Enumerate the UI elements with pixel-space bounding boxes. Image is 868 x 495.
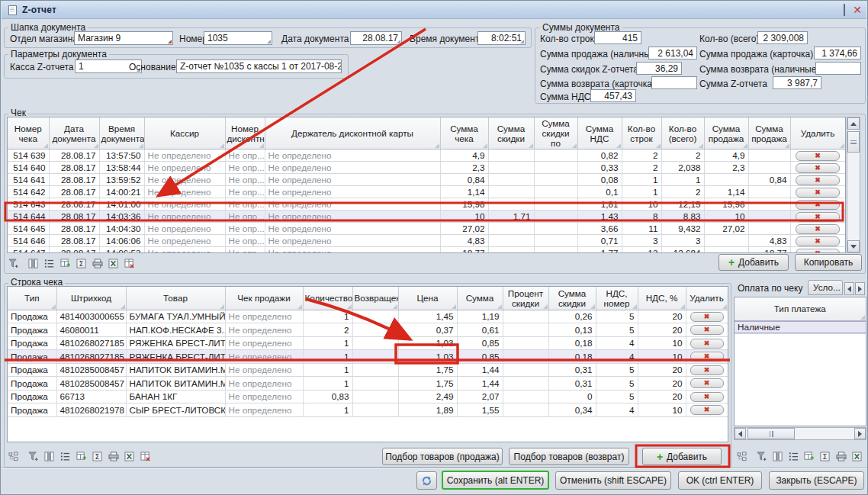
numbered-list-icon[interactable] <box>43 257 56 270</box>
delete-row-button[interactable]: ✖ <box>796 224 840 234</box>
delete-row-button[interactable]: ✖ <box>796 163 840 173</box>
basis-field[interactable]: Z-отчет №1035 с кассы 1 от 2017-08-28 <box>176 59 342 73</box>
numbered-list-icon[interactable] <box>59 450 72 463</box>
col-doc-time[interactable]: Время документа <box>99 117 144 149</box>
zreport-sum-field[interactable]: 3 987,7 <box>773 76 821 89</box>
calculator-icon[interactable] <box>75 450 88 463</box>
payment-row[interactable]: Наличные <box>735 320 866 333</box>
select-goods-return-button[interactable]: Подбор товаров (возврат) <box>509 448 629 465</box>
close-button[interactable]: ✕ <box>853 5 862 15</box>
col-discount-number[interactable]: Номер дисконтн <box>225 117 265 149</box>
receipt-line-row[interactable]: Продажа4810268021978СЫР БРЕСТ-ЛИТОВСКИ..… <box>8 403 728 417</box>
save-button[interactable]: Сохранить (alt ENTER) <box>442 471 549 490</box>
receipt-line-row[interactable]: Продажа46080011НАП.КОФ.НЕСКАФЕ 3...Не оп… <box>8 323 728 337</box>
receipt-line-row[interactable]: Продажа4814003000655БУМАГА ТУАЛ.УМНЫЙ...… <box>8 310 728 323</box>
receipts-vscrollbar[interactable] <box>847 117 860 253</box>
number-field[interactable]: 1035 <box>204 31 272 45</box>
delete-row-button[interactable]: ✖ <box>690 325 724 335</box>
calculator-icon[interactable] <box>59 257 72 270</box>
store-department-field[interactable]: Магазин 9 <box>74 31 173 45</box>
delete-row-button[interactable]: ✖ <box>690 352 724 362</box>
col-receipt-number[interactable]: Номер чека <box>8 117 49 149</box>
hierarchy-icon[interactable] <box>7 450 20 463</box>
col-discount-sum-by[interactable]: Сумма скидки по <box>534 117 577 149</box>
delete-row-button[interactable]: ✖ <box>796 175 840 185</box>
col-doc-date[interactable]: Дата документа <box>49 117 99 149</box>
delete-column-icon[interactable] <box>139 450 152 463</box>
col-delete[interactable]: Удалить <box>686 287 728 310</box>
select-goods-sale-button[interactable]: Подбор товаров (продажа) <box>382 448 503 465</box>
col-type[interactable]: Тип <box>8 287 56 310</box>
col-cashier[interactable]: Кассир <box>144 117 225 149</box>
document-time-field[interactable]: 8:02:51 <box>477 31 526 45</box>
col-product[interactable]: Товар <box>126 287 225 310</box>
col-receipt-sum[interactable]: Сумма чека <box>440 117 488 149</box>
sigma-icon[interactable]: Σ <box>818 450 831 463</box>
excel-icon[interactable] <box>123 450 136 463</box>
col-sale-sum-1[interactable]: Сумма продажа <box>704 117 748 149</box>
scroll-right-button[interactable] <box>854 428 866 439</box>
restore-button[interactable] <box>844 5 845 15</box>
receipt-line-row[interactable]: Продажа4810285008457НАПИТОК ВИТАМИН.М...… <box>8 377 728 391</box>
col-quantity[interactable]: Количество <box>303 287 352 310</box>
filter-icon[interactable] <box>27 450 40 463</box>
ok-button[interactable]: OK (ctrl ENTER) <box>678 471 762 490</box>
tab-conditions[interactable]: Усло... <box>808 280 843 295</box>
delete-row-button[interactable]: ✖ <box>690 339 724 349</box>
discount-sum-field[interactable]: 36,29 <box>636 62 682 75</box>
vscroll-thumb[interactable] <box>847 131 860 153</box>
printer-icon[interactable] <box>107 450 120 463</box>
receipt-row[interactable]: 514 64428.08.1714:03:36Не определеноНе о… <box>8 211 845 223</box>
columns-icon[interactable] <box>43 450 56 463</box>
receipt-line-row[interactable]: Продажа66713БАНАН 1КГНе определено0,832,… <box>8 390 728 403</box>
col-vat-sum[interactable]: Сумма НДС <box>577 117 622 149</box>
col-vat-percent[interactable]: НДС, % <box>638 287 686 310</box>
hierarchy-icon[interactable] <box>735 450 748 463</box>
refund-cash-field[interactable] <box>815 62 861 75</box>
columns-icon[interactable] <box>771 450 784 463</box>
receipt-line-row[interactable]: Продажа4810285008457НАПИТОК ВИТАМИН.М...… <box>8 363 728 377</box>
receipt-row[interactable]: 514 64628.08.1714:06:06Не определеноНе о… <box>8 235 845 247</box>
sale-cash-field[interactable]: 2 613,04 <box>648 47 697 59</box>
col-vat-number[interactable]: НДС, номер <box>596 287 638 310</box>
delete-row-button[interactable]: ✖ <box>690 378 724 388</box>
col-discount-percent[interactable]: Процент скидки <box>503 287 548 310</box>
col-price[interactable]: Цена <box>398 287 457 310</box>
sale-card-field[interactable]: 1 374,66 <box>814 47 861 59</box>
hscroll-thumb[interactable] <box>747 428 795 439</box>
tab-scroll-left-button[interactable] <box>844 282 854 295</box>
calculator-icon[interactable] <box>803 450 816 463</box>
receipt-row[interactable]: 514 64228.08.1714:00:21Не определеноНе о… <box>8 186 845 198</box>
delete-row-button[interactable]: ✖ <box>690 312 724 322</box>
receipt-line-row[interactable]: Продажа4810268027185РЯЖЕНКА БРЕСТ-ЛИТ...… <box>8 350 728 364</box>
delete-row-button[interactable]: ✖ <box>796 151 840 161</box>
col-qty-total[interactable]: Кол-во (всего) <box>661 117 704 149</box>
sigma-icon[interactable]: Σ <box>75 257 88 270</box>
col-discount-sum[interactable]: Сумма скидки <box>488 117 534 149</box>
printer-icon[interactable] <box>91 257 104 270</box>
tab-payment-by-receipt[interactable]: Оплата по чеку <box>738 283 802 294</box>
col-discount-sum[interactable]: Сумма скидки <box>548 287 596 310</box>
scroll-up-button[interactable] <box>847 117 860 130</box>
col-delete[interactable]: Удалить <box>790 117 845 149</box>
col-discount-card-holder[interactable]: Держатель дисконтной карты <box>265 117 440 149</box>
delete-row-button[interactable]: ✖ <box>796 200 840 210</box>
line-add-button[interactable]: + Добавить <box>642 448 722 465</box>
refund-card-field[interactable] <box>651 76 697 89</box>
refresh-button[interactable] <box>416 471 437 490</box>
excel-icon[interactable] <box>850 450 863 463</box>
col-sale-sum-2[interactable]: Сумма продажа <box>748 117 790 149</box>
vat-sum-field[interactable]: 457,43 <box>590 89 636 102</box>
delete-row-button[interactable]: ✖ <box>690 405 724 415</box>
numbered-list-icon[interactable] <box>787 450 800 463</box>
col-lines-count[interactable]: Кол-во строк <box>622 117 661 149</box>
col-returned[interactable]: Возвращено <box>352 287 398 310</box>
col-sale-receipt[interactable]: Чек продажи <box>225 287 303 310</box>
tab-scroll-right-button[interactable] <box>855 282 865 295</box>
columns-icon[interactable] <box>27 257 40 270</box>
receipt-copy-button[interactable]: Копировать <box>795 254 862 271</box>
filter-icon[interactable] <box>7 257 20 270</box>
delete-column-icon[interactable] <box>123 257 136 270</box>
filter-icon[interactable] <box>755 450 768 463</box>
printer-icon[interactable] <box>834 450 847 463</box>
